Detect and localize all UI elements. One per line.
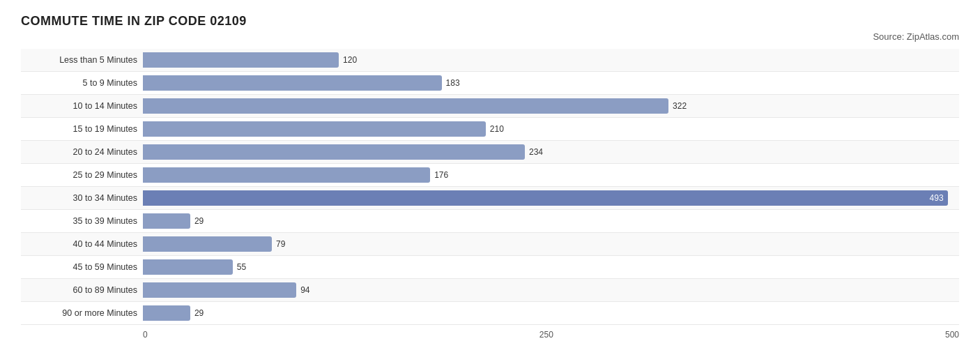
- bar-value: 94: [300, 285, 309, 295]
- bar-label: 15 to 19 Minutes: [21, 124, 143, 134]
- bar-container: 29: [143, 213, 959, 229]
- bar-label: 90 or more Minutes: [21, 308, 143, 318]
- bar-value: 234: [529, 147, 543, 157]
- bar-container: 493: [143, 190, 959, 206]
- bar: [143, 52, 339, 68]
- bar: 493: [143, 190, 948, 206]
- bar-value: 493: [930, 193, 944, 203]
- bar-row: 20 to 24 Minutes234: [21, 141, 959, 164]
- bar-row: 15 to 19 Minutes210: [21, 118, 959, 141]
- bar-row: Less than 5 Minutes120: [21, 49, 959, 72]
- x-axis-labels: 0250500: [143, 328, 959, 340]
- bar-label: Less than 5 Minutes: [21, 55, 143, 65]
- bar-row: 40 to 44 Minutes79: [21, 233, 959, 256]
- bar-container: 79: [143, 236, 959, 252]
- bar-row: 60 to 89 Minutes94: [21, 279, 959, 302]
- bar: [143, 305, 190, 321]
- bar-container: 120: [143, 52, 959, 68]
- bar-container: 210: [143, 121, 959, 137]
- bar-container: 183: [143, 75, 959, 91]
- bar-container: 234: [143, 144, 959, 160]
- bar-value: 210: [490, 124, 504, 134]
- x-axis-label: 0: [143, 330, 148, 340]
- bar-label: 40 to 44 Minutes: [21, 239, 143, 249]
- bar: [143, 144, 525, 160]
- bar-value: 120: [343, 55, 357, 65]
- bar-row: 45 to 59 Minutes55: [21, 256, 959, 279]
- bar-label: 35 to 39 Minutes: [21, 216, 143, 226]
- chart-title: COMMUTE TIME IN ZIP CODE 02109: [21, 14, 959, 29]
- bar-container: 322: [143, 98, 959, 114]
- bar-label: 60 to 89 Minutes: [21, 285, 143, 295]
- x-axis-label: 500: [945, 330, 959, 340]
- bar-label: 45 to 59 Minutes: [21, 262, 143, 272]
- bar-label: 30 to 34 Minutes: [21, 193, 143, 203]
- bar: [143, 121, 486, 137]
- bar: [143, 75, 442, 91]
- bar-container: 94: [143, 282, 959, 298]
- x-axis-label: 250: [539, 330, 553, 340]
- bar: [143, 98, 668, 114]
- bar-label: 5 to 9 Minutes: [21, 78, 143, 88]
- bar-row: 35 to 39 Minutes29: [21, 210, 959, 233]
- bar-label: 10 to 14 Minutes: [21, 101, 143, 111]
- bar-container: 29: [143, 305, 959, 321]
- bar-label: 20 to 24 Minutes: [21, 147, 143, 157]
- chart-area: Less than 5 Minutes1205 to 9 Minutes1831…: [21, 49, 959, 325]
- bar-row: 90 or more Minutes29: [21, 302, 959, 325]
- bar: [143, 259, 233, 275]
- bar: [143, 213, 190, 229]
- bar: [143, 167, 430, 183]
- bar-container: 55: [143, 259, 959, 275]
- bar-row: 25 to 29 Minutes176: [21, 164, 959, 187]
- bar-value: 183: [446, 78, 460, 88]
- x-axis: 0250500: [21, 328, 959, 340]
- bar-value: 29: [194, 308, 204, 318]
- bar: [143, 236, 272, 252]
- bar: [143, 282, 296, 298]
- bar-value: 29: [194, 216, 204, 226]
- bar-row: 30 to 34 Minutes493: [21, 187, 959, 210]
- bar-label: 25 to 29 Minutes: [21, 170, 143, 180]
- source-label: Source: ZipAtlas.com: [21, 31, 959, 42]
- bar-container: 176: [143, 167, 959, 183]
- bar-value: 79: [276, 239, 285, 249]
- bar-row: 5 to 9 Minutes183: [21, 72, 959, 95]
- bar-row: 10 to 14 Minutes322: [21, 95, 959, 118]
- bar-value: 322: [673, 101, 687, 111]
- bar-value: 55: [237, 262, 246, 272]
- bar-value: 176: [434, 170, 448, 180]
